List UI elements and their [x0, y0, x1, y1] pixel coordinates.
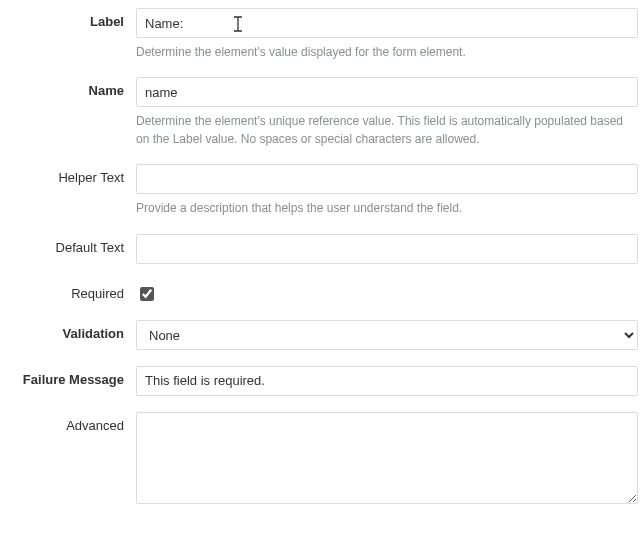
validation-select[interactable]: None: [136, 320, 638, 350]
row-name: Name: [6, 77, 638, 107]
row-default-text: Default Text: [6, 234, 638, 264]
row-failure-message: Failure Message: [6, 366, 638, 396]
field-label-required: Required: [6, 280, 136, 301]
field-label-label: Label: [6, 8, 136, 29]
field-label-failure-message: Failure Message: [6, 366, 136, 387]
name-input[interactable]: [136, 77, 638, 107]
field-label-advanced: Advanced: [6, 412, 136, 433]
name-help-text: Determine the element's unique reference…: [136, 109, 638, 158]
required-checkbox[interactable]: [140, 287, 154, 301]
advanced-textarea[interactable]: [136, 412, 638, 504]
row-required: Required: [6, 280, 638, 304]
field-label-helper-text: Helper Text: [6, 164, 136, 185]
failure-message-input[interactable]: [136, 366, 638, 396]
row-helper-text-help: Provide a description that helps the use…: [6, 196, 638, 227]
row-advanced: Advanced: [6, 412, 638, 507]
field-label-name: Name: [6, 77, 136, 98]
row-name-help: Determine the element's unique reference…: [6, 109, 638, 158]
row-helper-text: Helper Text: [6, 164, 638, 194]
default-text-input[interactable]: [136, 234, 638, 264]
row-validation: Validation None: [6, 320, 638, 350]
helper-text-input[interactable]: [136, 164, 638, 194]
label-input[interactable]: [136, 8, 638, 38]
field-label-default-text: Default Text: [6, 234, 136, 255]
form-element-settings: Label Determine the element's value disp…: [0, 0, 644, 523]
helper-text-help-text: Provide a description that helps the use…: [136, 196, 638, 227]
label-help-text: Determine the element's value displayed …: [136, 40, 638, 71]
row-label-help: Determine the element's value displayed …: [6, 40, 638, 71]
row-label: Label: [6, 8, 638, 38]
field-label-validation: Validation: [6, 320, 136, 341]
